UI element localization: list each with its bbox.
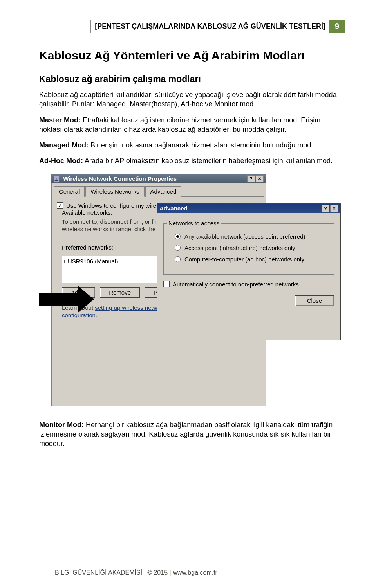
page-footer: BİLGİ GÜVENLİĞİ AKADEMİSİ | © 2015 | www… [39,569,345,576]
radio-label-ap: Access point (infrastructure) networks o… [184,245,295,251]
adhoc-mod-paragraph: Ad-Hoc Mod: Arada bir AP olmaksızın kabl… [39,156,345,165]
footer-url: www.bga.com.tr [173,569,217,576]
help-button[interactable]: ? [247,175,255,182]
monitor-mod-label: Monitor Mod: [39,421,84,429]
available-networks-label: Available networks: [60,209,114,216]
radio-adhoc-only[interactable] [175,256,181,262]
networks-to-access-group: Networks to access Any available network… [163,223,334,275]
preferred-networks-label: Preferred networks: [60,244,115,251]
intro-paragraph: Kablosuz ağ adaptörleri kullandıkları sü… [39,90,345,109]
use-windows-config-checkbox[interactable]: ✓ [57,202,63,209]
footer-org: BİLGİ GÜVENLİĞİ AKADEMİSİ [55,569,144,576]
monitor-mod-paragraph: Monitor Mod: Herhangi bir kablosuz ağa b… [39,420,345,449]
master-mod-text: Etraftaki kablosuz ağ istemcilerine hizm… [39,116,320,133]
radio-label-adhoc: Computer-to-computer (ad hoc) networks o… [184,256,304,263]
footer-sep2: | [170,569,173,576]
embedded-screenshot: ⊥ Wireless Network Connection Properties… [39,174,345,408]
page-header: [PENTEST ÇALIŞMALARINDA KABLOSUZ AĞ GÜVE… [39,20,345,33]
tab-general[interactable]: General [54,186,85,197]
adhoc-mod-text: Arada bir AP olmaksızın kablosuz istemci… [83,157,333,165]
tab-wireless-networks[interactable]: Wireless Networks [85,186,144,197]
tab-advanced[interactable]: Advanced [145,186,182,197]
adhoc-mod-label: Ad-Hoc Mod: [39,157,83,165]
close-button[interactable]: × [256,175,264,182]
master-mod-paragraph: Master Mod: Etraftaki kablosuz ağ istemc… [39,115,345,135]
callout-arrow [39,286,94,313]
remove-button[interactable]: Remove [100,287,140,298]
footer-year: © 2015 [147,569,169,576]
managed-mod-text: Bir erişim noktasına bağlanarak hizmet a… [89,141,313,149]
auto-connect-checkbox[interactable] [163,281,170,287]
signal-icon: 𝗂 [64,258,65,264]
managed-mod-paragraph: Managed Mod: Bir erişim noktasına bağlan… [39,140,345,150]
window-title-advanced: Advanced [159,205,188,212]
titlebar-advanced[interactable]: Advanced ? × [157,204,340,213]
radio-any-network[interactable] [175,234,181,239]
advanced-dialog: Advanced ? × Networks to access Any avai… [157,203,341,340]
radio-label-any: Any available network (access point pref… [184,233,305,240]
managed-mod-label: Managed Mod: [39,141,89,149]
preferred-network-name: USR9106 (Manual) [68,258,118,264]
networks-to-access-label: Networks to access [167,220,221,227]
close-dialog-button[interactable]: Close [295,295,334,306]
help-button-adv[interactable]: ? [322,205,329,212]
window-title-main: Wireless Network Connection Properties [63,175,177,182]
footer-sep1: | [144,569,148,576]
heading-2: Kablosuz ağ arabirim çalışma modları [39,74,345,85]
master-mod-label: Master Mod: [39,116,81,124]
page-number: 9 [329,20,345,33]
close-button-adv[interactable]: × [330,205,338,212]
auto-connect-label: Automatically connect to non-preferred n… [173,281,299,288]
header-title: [PENTEST ÇALIŞMALARINDA KABLOSUZ AĞ GÜVE… [90,20,329,33]
titlebar-main[interactable]: ⊥ Wireless Network Connection Properties… [51,174,266,183]
window-icon: ⊥ [54,176,59,182]
heading-1: Kablosuz Ağ Yöntemleri ve Ağ Arabirim Mo… [39,49,345,62]
radio-ap-only[interactable] [175,245,181,251]
